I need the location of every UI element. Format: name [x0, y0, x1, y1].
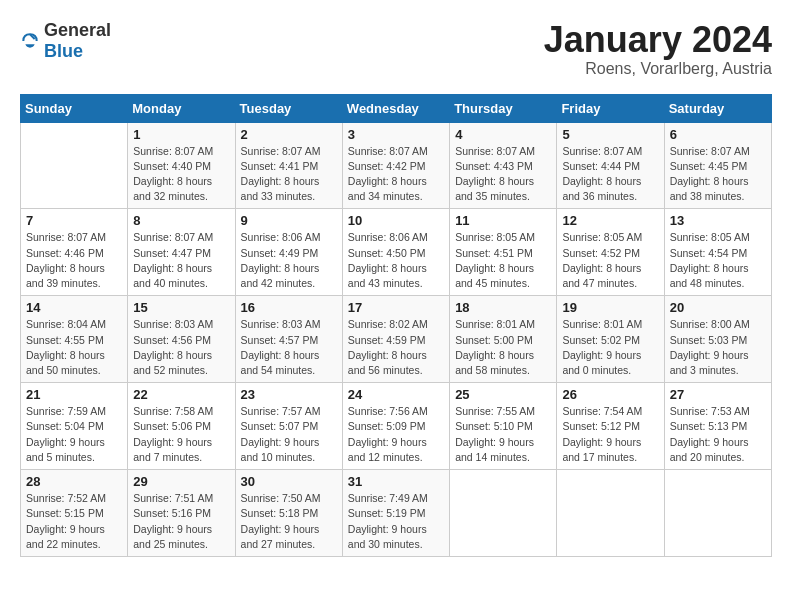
calendar-cell: 9Sunrise: 8:06 AM Sunset: 4:49 PM Daylig… [235, 209, 342, 296]
calendar-cell: 7Sunrise: 8:07 AM Sunset: 4:46 PM Daylig… [21, 209, 128, 296]
day-info: Sunrise: 8:05 AM Sunset: 4:52 PM Dayligh… [562, 230, 658, 291]
day-number: 22 [133, 387, 229, 402]
calendar-table: Sunday Monday Tuesday Wednesday Thursday… [20, 94, 772, 557]
title-block: January 2024 Roens, Vorarlberg, Austria [544, 20, 772, 78]
day-number: 3 [348, 127, 444, 142]
weekday-row: Sunday Monday Tuesday Wednesday Thursday… [21, 94, 772, 122]
day-info: Sunrise: 7:52 AM Sunset: 5:15 PM Dayligh… [26, 491, 122, 552]
day-info: Sunrise: 8:01 AM Sunset: 5:00 PM Dayligh… [455, 317, 551, 378]
day-info: Sunrise: 7:51 AM Sunset: 5:16 PM Dayligh… [133, 491, 229, 552]
day-number: 17 [348, 300, 444, 315]
day-info: Sunrise: 7:49 AM Sunset: 5:19 PM Dayligh… [348, 491, 444, 552]
calendar-cell: 22Sunrise: 7:58 AM Sunset: 5:06 PM Dayli… [128, 383, 235, 470]
day-number: 5 [562, 127, 658, 142]
calendar-cell: 3Sunrise: 8:07 AM Sunset: 4:42 PM Daylig… [342, 122, 449, 209]
col-monday: Monday [128, 94, 235, 122]
calendar-cell: 29Sunrise: 7:51 AM Sunset: 5:16 PM Dayli… [128, 470, 235, 557]
day-info: Sunrise: 8:03 AM Sunset: 4:57 PM Dayligh… [241, 317, 337, 378]
day-number: 29 [133, 474, 229, 489]
day-number: 11 [455, 213, 551, 228]
day-info: Sunrise: 7:57 AM Sunset: 5:07 PM Dayligh… [241, 404, 337, 465]
day-info: Sunrise: 7:56 AM Sunset: 5:09 PM Dayligh… [348, 404, 444, 465]
logo-general: General [44, 20, 111, 40]
day-number: 7 [26, 213, 122, 228]
day-info: Sunrise: 8:07 AM Sunset: 4:42 PM Dayligh… [348, 144, 444, 205]
day-number: 4 [455, 127, 551, 142]
day-info: Sunrise: 8:07 AM Sunset: 4:40 PM Dayligh… [133, 144, 229, 205]
day-info: Sunrise: 8:04 AM Sunset: 4:55 PM Dayligh… [26, 317, 122, 378]
day-number: 10 [348, 213, 444, 228]
month-year: January 2024 [544, 20, 772, 60]
calendar-cell [450, 470, 557, 557]
calendar-cell: 28Sunrise: 7:52 AM Sunset: 5:15 PM Dayli… [21, 470, 128, 557]
day-info: Sunrise: 8:07 AM Sunset: 4:43 PM Dayligh… [455, 144, 551, 205]
day-number: 9 [241, 213, 337, 228]
calendar-cell: 26Sunrise: 7:54 AM Sunset: 5:12 PM Dayli… [557, 383, 664, 470]
calendar-cell: 6Sunrise: 8:07 AM Sunset: 4:45 PM Daylig… [664, 122, 771, 209]
calendar-header: Sunday Monday Tuesday Wednesday Thursday… [21, 94, 772, 122]
calendar-week-2: 14Sunrise: 8:04 AM Sunset: 4:55 PM Dayli… [21, 296, 772, 383]
calendar-cell: 19Sunrise: 8:01 AM Sunset: 5:02 PM Dayli… [557, 296, 664, 383]
calendar-week-0: 1Sunrise: 8:07 AM Sunset: 4:40 PM Daylig… [21, 122, 772, 209]
calendar-cell: 27Sunrise: 7:53 AM Sunset: 5:13 PM Dayli… [664, 383, 771, 470]
col-saturday: Saturday [664, 94, 771, 122]
location: Roens, Vorarlberg, Austria [544, 60, 772, 78]
day-info: Sunrise: 8:05 AM Sunset: 4:51 PM Dayligh… [455, 230, 551, 291]
day-info: Sunrise: 8:02 AM Sunset: 4:59 PM Dayligh… [348, 317, 444, 378]
day-number: 2 [241, 127, 337, 142]
day-number: 27 [670, 387, 766, 402]
day-number: 14 [26, 300, 122, 315]
day-number: 6 [670, 127, 766, 142]
calendar-cell: 16Sunrise: 8:03 AM Sunset: 4:57 PM Dayli… [235, 296, 342, 383]
day-info: Sunrise: 7:53 AM Sunset: 5:13 PM Dayligh… [670, 404, 766, 465]
day-info: Sunrise: 8:06 AM Sunset: 4:49 PM Dayligh… [241, 230, 337, 291]
day-number: 12 [562, 213, 658, 228]
day-number: 1 [133, 127, 229, 142]
calendar-cell: 23Sunrise: 7:57 AM Sunset: 5:07 PM Dayli… [235, 383, 342, 470]
calendar-week-4: 28Sunrise: 7:52 AM Sunset: 5:15 PM Dayli… [21, 470, 772, 557]
day-info: Sunrise: 8:05 AM Sunset: 4:54 PM Dayligh… [670, 230, 766, 291]
calendar-cell: 4Sunrise: 8:07 AM Sunset: 4:43 PM Daylig… [450, 122, 557, 209]
day-info: Sunrise: 8:03 AM Sunset: 4:56 PM Dayligh… [133, 317, 229, 378]
day-number: 21 [26, 387, 122, 402]
day-info: Sunrise: 8:00 AM Sunset: 5:03 PM Dayligh… [670, 317, 766, 378]
day-number: 30 [241, 474, 337, 489]
calendar-cell: 5Sunrise: 8:07 AM Sunset: 4:44 PM Daylig… [557, 122, 664, 209]
col-thursday: Thursday [450, 94, 557, 122]
logo-icon [20, 31, 40, 51]
day-number: 18 [455, 300, 551, 315]
calendar-week-3: 21Sunrise: 7:59 AM Sunset: 5:04 PM Dayli… [21, 383, 772, 470]
day-info: Sunrise: 8:07 AM Sunset: 4:44 PM Dayligh… [562, 144, 658, 205]
calendar-cell: 12Sunrise: 8:05 AM Sunset: 4:52 PM Dayli… [557, 209, 664, 296]
logo-blue: Blue [44, 41, 83, 61]
day-info: Sunrise: 7:55 AM Sunset: 5:10 PM Dayligh… [455, 404, 551, 465]
day-number: 24 [348, 387, 444, 402]
calendar-cell: 18Sunrise: 8:01 AM Sunset: 5:00 PM Dayli… [450, 296, 557, 383]
col-friday: Friday [557, 94, 664, 122]
calendar-cell: 14Sunrise: 8:04 AM Sunset: 4:55 PM Dayli… [21, 296, 128, 383]
page-header: General Blue January 2024 Roens, Vorarlb… [20, 20, 772, 78]
day-info: Sunrise: 8:07 AM Sunset: 4:41 PM Dayligh… [241, 144, 337, 205]
day-number: 23 [241, 387, 337, 402]
logo-text: General Blue [44, 20, 111, 62]
calendar-cell [21, 122, 128, 209]
calendar-cell: 10Sunrise: 8:06 AM Sunset: 4:50 PM Dayli… [342, 209, 449, 296]
calendar-body: 1Sunrise: 8:07 AM Sunset: 4:40 PM Daylig… [21, 122, 772, 556]
calendar-cell [664, 470, 771, 557]
calendar-cell: 17Sunrise: 8:02 AM Sunset: 4:59 PM Dayli… [342, 296, 449, 383]
day-number: 16 [241, 300, 337, 315]
day-number: 31 [348, 474, 444, 489]
col-tuesday: Tuesday [235, 94, 342, 122]
day-number: 20 [670, 300, 766, 315]
calendar-week-1: 7Sunrise: 8:07 AM Sunset: 4:46 PM Daylig… [21, 209, 772, 296]
day-number: 8 [133, 213, 229, 228]
day-info: Sunrise: 8:01 AM Sunset: 5:02 PM Dayligh… [562, 317, 658, 378]
day-number: 28 [26, 474, 122, 489]
calendar-cell: 25Sunrise: 7:55 AM Sunset: 5:10 PM Dayli… [450, 383, 557, 470]
day-info: Sunrise: 8:07 AM Sunset: 4:47 PM Dayligh… [133, 230, 229, 291]
day-info: Sunrise: 8:07 AM Sunset: 4:46 PM Dayligh… [26, 230, 122, 291]
day-number: 19 [562, 300, 658, 315]
calendar-cell [557, 470, 664, 557]
calendar-cell: 1Sunrise: 8:07 AM Sunset: 4:40 PM Daylig… [128, 122, 235, 209]
day-info: Sunrise: 7:50 AM Sunset: 5:18 PM Dayligh… [241, 491, 337, 552]
